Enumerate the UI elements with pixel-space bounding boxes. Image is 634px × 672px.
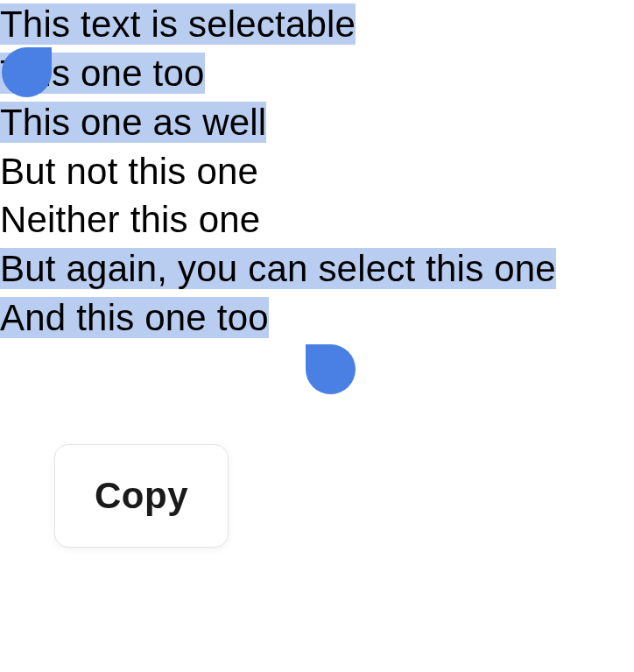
text-content: But not this one	[0, 151, 258, 192]
copy-button[interactable]: Copy	[95, 475, 188, 517]
text-line[interactable]: And this one too	[0, 294, 634, 343]
text-content: But again, you can select this one	[0, 248, 556, 289]
text-line[interactable]: Neither this one	[0, 195, 634, 244]
text-line[interactable]: This text is selectable	[0, 0, 634, 49]
text-line[interactable]: But not this one	[0, 147, 634, 196]
selection-start-handle-icon[interactable]	[2, 47, 52, 97]
text-content: This one as well	[0, 102, 266, 143]
text-line[interactable]: This one too	[0, 49, 634, 98]
text-content: Neither this one	[0, 199, 260, 240]
selection-end-handle-icon[interactable]	[306, 344, 356, 394]
text-content: This text is selectable	[0, 4, 356, 45]
text-container: This text is selectable This one too Thi…	[0, 0, 634, 343]
text-line[interactable]: But again, you can select this one	[0, 244, 634, 294]
text-line[interactable]: This one as well	[0, 98, 634, 147]
text-content: And this one too	[0, 297, 269, 338]
context-menu: Copy	[54, 444, 229, 548]
